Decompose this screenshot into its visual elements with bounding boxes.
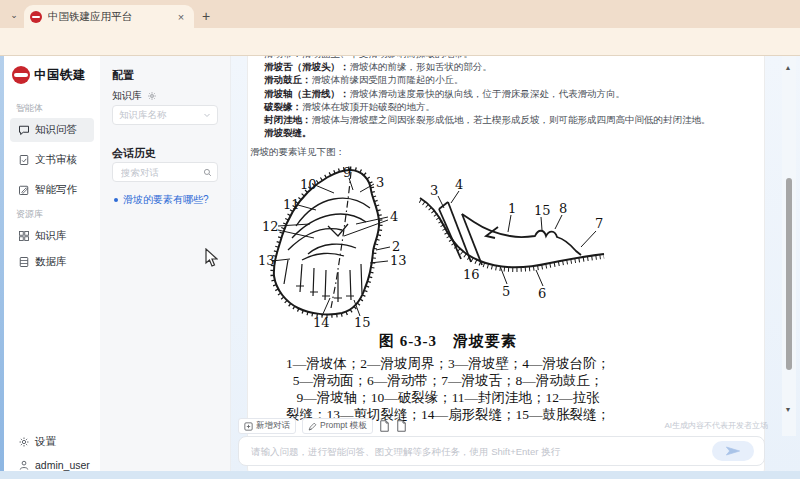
pencil-icon [18, 184, 30, 196]
gear-icon [18, 436, 30, 448]
sidebar-item-label: 数据库 [35, 255, 67, 269]
chevron-down-icon [203, 111, 211, 119]
history-title: 会话历史 [112, 146, 156, 161]
browser-tab[interactable]: 中国铁建应用平台 × [24, 5, 194, 28]
kb-label: 知识库 [112, 89, 142, 103]
section-agents-label: 智能体 [16, 102, 43, 115]
user-icon [18, 459, 30, 471]
history-search-input[interactable] [119, 166, 203, 179]
scrollbar-thumb[interactable] [786, 178, 792, 370]
sidebar-item-knowledge-base[interactable]: 知识库 [10, 224, 94, 248]
config-title: 配置 [112, 68, 134, 83]
figure-legend-line: 5—滑动面；6—滑动带；7—滑坡舌；8—滑动鼓丘； [244, 372, 652, 389]
figure-title: 图 6-3-3 滑坡要素 [244, 332, 652, 351]
search-icon[interactable] [203, 168, 212, 177]
svg-text:8: 8 [559, 201, 567, 216]
chat-main: 滑动带：滑动面上、下受滑动影响而揉皱的地带。 滑坡舌（滑坡头）：滑坡体的前缘，形… [230, 56, 800, 471]
message-line: 封闭洼地：滑坡体与滑坡壁之间因张裂形成低地，若土楔形成反坡，则可能形成四周高中间… [250, 113, 752, 126]
paper-plane-icon [725, 445, 741, 457]
browser-toolbar: maas.sensecore.dev/appplatform/agent/cha… [0, 28, 800, 56]
ai-disclaimer: AI生成内容不代表开发者立场 [618, 420, 768, 431]
sidebar-item-database[interactable]: 数据库 [10, 250, 94, 274]
pen-icon [308, 422, 317, 431]
svg-text:12: 12 [262, 219, 279, 234]
svg-text:14: 14 [313, 315, 330, 330]
file-icon[interactable] [396, 420, 407, 432]
bullet-dot [114, 198, 118, 202]
svg-text:5: 5 [502, 284, 510, 299]
chat-bubble-icon [18, 124, 30, 136]
brand-name: 中国铁建 [34, 67, 86, 84]
new-chat-button[interactable]: 新增对话 [238, 418, 296, 434]
new-tab-button[interactable]: + [202, 8, 210, 24]
username: admin_user [35, 459, 90, 471]
app-page: 中国铁建 智能体 知识问答 文书审核 智能写作 资源库 [0, 56, 800, 479]
figure-legend-line: 1—滑坡体；2—滑坡周界；3—滑坡壁；4—滑坡台阶； [244, 355, 652, 372]
kb-label-row: 知识库 [112, 89, 158, 103]
tab-search-chevron-icon[interactable]: ⌄ [6, 8, 22, 22]
plan-outline [274, 170, 379, 314]
tab-favicon-icon [30, 11, 42, 23]
plus-square-icon [244, 422, 253, 431]
svg-text:15: 15 [534, 203, 551, 218]
chat-input[interactable] [249, 445, 712, 458]
tab-title: 中国铁建应用平台 [48, 10, 168, 24]
message-line: 破裂缘：滑坡体在坡顶开始破裂的地方。 [250, 100, 752, 113]
sidebar-item-settings[interactable]: 设置 [10, 430, 94, 454]
figure-caption: 图 6-3-3 滑坡要素 1—滑坡体；2—滑坡周界；3—滑坡壁；4—滑坡台阶； … [244, 332, 652, 423]
kb-select-placeholder: 知识库名称 [119, 109, 167, 122]
figure-intro: 滑坡的要素详见下图： [250, 145, 752, 158]
message-line: 滑坡舌（滑坡头）：滑坡体的前缘，形如舌状的部分。 [250, 60, 752, 73]
svg-text:6: 6 [538, 286, 546, 301]
section-resources-label: 资源库 [16, 208, 43, 221]
message-line: 滑动鼓丘：滑坡体前缘因受阻力而隆起的小丘。 [250, 73, 752, 86]
sidebar-item-knowledge-qa[interactable]: 知识问答 [10, 118, 94, 142]
sidebar-item-label: 智能写作 [35, 183, 77, 197]
browser-tabstrip: ⌄ 中国铁建应用平台 × + [0, 0, 800, 28]
message-line: 滑坡裂缝。 [250, 126, 752, 139]
grid-icon [18, 230, 30, 242]
screen: ⌄ 中国铁建应用平台 × + maas.sensecore.dev/apppla… [0, 0, 800, 479]
sidebar-item-label: 设置 [35, 435, 56, 449]
mouse-cursor [205, 248, 218, 267]
svg-text:11: 11 [283, 197, 300, 212]
chat-input-box [238, 436, 765, 466]
primary-sidebar: 中国铁建 智能体 知识问答 文书审核 智能写作 资源库 [4, 56, 101, 471]
svg-text:2: 2 [392, 239, 400, 254]
message-line: 滑坡轴（主滑线）：滑坡体滑动速度最快的纵向线，位于滑床最深处，代表滑动方向。 [250, 87, 752, 100]
file-icon[interactable] [379, 420, 390, 432]
svg-text:7: 7 [595, 216, 603, 231]
kb-select[interactable]: 知识库名称 [112, 105, 218, 125]
prompt-template-button[interactable]: Prompt 模板 [302, 418, 373, 434]
svg-text:4: 4 [455, 177, 463, 192]
kb-settings-gear-icon[interactable] [146, 91, 158, 101]
figure-legend-line: 9—滑坡轴；10—破裂缘；11—封闭洼地；12—拉张 [244, 389, 652, 406]
svg-text:9: 9 [343, 165, 351, 180]
svg-text:1: 1 [508, 201, 516, 216]
svg-text:3: 3 [430, 183, 438, 198]
document-check-icon [18, 154, 30, 166]
sidebar-item-label: 知识库 [35, 229, 67, 243]
crcc-emblem-icon [12, 66, 30, 84]
scroll-up-icon[interactable]: ▲ [783, 64, 793, 72]
history-item[interactable]: 滑坡的要素有哪些? [114, 193, 209, 207]
sidebar-item-doc-review[interactable]: 文书审核 [10, 148, 94, 172]
send-button[interactable] [712, 441, 754, 461]
database-icon [18, 256, 30, 268]
sidebar-item-smart-writing[interactable]: 智能写作 [10, 178, 94, 202]
tab-close-icon[interactable]: × [174, 10, 188, 24]
svg-text:16: 16 [463, 267, 480, 282]
brand-logo: 中国铁建 [12, 66, 86, 84]
sidebar-item-label: 文书审核 [35, 153, 77, 167]
svg-text:3: 3 [376, 175, 384, 190]
svg-text:13: 13 [390, 253, 407, 268]
svg-text:4: 4 [390, 209, 398, 224]
sidebar-item-label: 知识问答 [35, 123, 77, 137]
svg-text:15: 15 [354, 315, 371, 330]
history-item-label: 滑坡的要素有哪些? [123, 193, 209, 207]
scroll-down-icon[interactable]: ▼ [783, 406, 793, 414]
svg-text:13: 13 [258, 253, 275, 268]
svg-text:10: 10 [300, 177, 317, 192]
landslide-diagram: 9 10 3 11 12 4 2 13 13 14 15 [258, 164, 608, 330]
assistant-message-text: 滑动带：滑动面上、下受滑动影响而揉皱的地带。 滑坡舌（滑坡头）：滑坡体的前缘，形… [250, 56, 752, 159]
